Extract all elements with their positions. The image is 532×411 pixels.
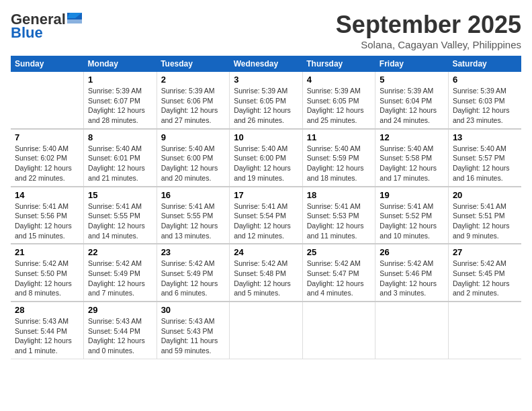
- cell-text: Sunrise: 5:42 AM: [307, 259, 371, 269]
- day-number: 5: [380, 75, 444, 85]
- day-number: 3: [234, 75, 298, 85]
- calendar-cell: 28Sunrise: 5:43 AMSunset: 5:44 PMDayligh…: [11, 302, 84, 359]
- calendar-cell: 12Sunrise: 5:40 AMSunset: 5:58 PMDayligh…: [375, 129, 449, 187]
- cell-text: Sunset: 5:48 PM: [234, 269, 298, 279]
- calendar-cell: 1Sunrise: 5:39 AMSunset: 6:07 PMDaylight…: [84, 72, 157, 129]
- day-number: 24: [234, 247, 298, 257]
- cell-text: and 16 minutes.: [453, 173, 517, 183]
- cell-text: Daylight: 11 hours: [161, 336, 226, 346]
- cell-text: Daylight: 12 hours: [161, 163, 226, 173]
- cell-text: Sunrise: 5:40 AM: [88, 144, 152, 154]
- cell-text: Sunset: 5:55 PM: [161, 211, 226, 221]
- cell-text: Sunset: 5:57 PM: [453, 153, 517, 163]
- cell-text: Daylight: 12 hours: [15, 279, 79, 289]
- page-header: General Blue September 2025 Solana, Caga…: [11, 11, 521, 50]
- weekday-header-wednesday: Wednesday: [230, 56, 303, 72]
- cell-text: Daylight: 12 hours: [380, 163, 444, 173]
- cell-text: Sunset: 5:50 PM: [15, 269, 79, 279]
- calendar-cell: 11Sunrise: 5:40 AMSunset: 5:59 PMDayligh…: [302, 129, 375, 187]
- cell-text: Daylight: 12 hours: [307, 221, 371, 231]
- calendar-cell: 2Sunrise: 5:39 AMSunset: 6:06 PMDaylight…: [157, 72, 230, 129]
- cell-text: Sunrise: 5:42 AM: [380, 259, 444, 269]
- weekday-header-saturday: Saturday: [448, 56, 521, 72]
- cell-text: Sunset: 6:07 PM: [88, 96, 152, 106]
- cell-text: Sunrise: 5:41 AM: [453, 201, 517, 212]
- day-number: 28: [15, 305, 79, 315]
- cell-text: Sunrise: 5:43 AM: [88, 316, 152, 326]
- cell-text: Sunrise: 5:40 AM: [453, 144, 517, 154]
- cell-text: Sunset: 5:45 PM: [453, 269, 517, 279]
- cell-text: and 12 minutes.: [234, 231, 298, 241]
- cell-text: Daylight: 12 hours: [307, 279, 371, 289]
- weekday-header-monday: Monday: [84, 56, 157, 72]
- day-number: 23: [161, 247, 226, 257]
- calendar-cell: 8Sunrise: 5:40 AMSunset: 6:01 PMDaylight…: [84, 129, 157, 187]
- cell-text: Sunset: 5:49 PM: [88, 269, 152, 279]
- day-number: 10: [234, 132, 298, 142]
- cell-text: Daylight: 12 hours: [453, 105, 517, 116]
- cell-text: and 19 minutes.: [234, 173, 298, 183]
- cell-text: and 26 minutes.: [234, 116, 298, 126]
- cell-text: and 25 minutes.: [307, 116, 371, 126]
- cell-text: Sunrise: 5:41 AM: [88, 201, 152, 212]
- cell-text: Sunrise: 5:39 AM: [307, 86, 371, 96]
- calendar-cell: 14Sunrise: 5:41 AMSunset: 5:56 PMDayligh…: [11, 187, 84, 244]
- calendar-cell: 17Sunrise: 5:41 AMSunset: 5:54 PMDayligh…: [230, 187, 303, 244]
- cell-text: Sunrise: 5:42 AM: [453, 259, 517, 269]
- cell-text: and 0 minutes.: [88, 346, 152, 356]
- day-number: 14: [15, 190, 79, 200]
- calendar-cell: 23Sunrise: 5:42 AMSunset: 5:49 PMDayligh…: [157, 244, 230, 302]
- calendar-week-row: 1Sunrise: 5:39 AMSunset: 6:07 PMDaylight…: [11, 72, 521, 129]
- cell-text: Sunrise: 5:39 AM: [161, 86, 226, 96]
- cell-text: Daylight: 12 hours: [453, 279, 517, 289]
- calendar-cell: 3Sunrise: 5:39 AMSunset: 6:05 PMDaylight…: [230, 72, 303, 129]
- cell-text: Daylight: 12 hours: [161, 221, 226, 231]
- calendar-cell: 6Sunrise: 5:39 AMSunset: 6:03 PMDaylight…: [448, 72, 521, 129]
- day-number: 8: [88, 132, 152, 142]
- calendar-cell: 18Sunrise: 5:41 AMSunset: 5:53 PMDayligh…: [302, 187, 375, 244]
- calendar-cell: 22Sunrise: 5:42 AMSunset: 5:49 PMDayligh…: [84, 244, 157, 302]
- day-number: 21: [15, 247, 79, 257]
- cell-text: and 15 minutes.: [15, 231, 79, 241]
- cell-text: Sunset: 5:47 PM: [307, 269, 371, 279]
- cell-text: Daylight: 12 hours: [453, 163, 517, 173]
- calendar-cell: 7Sunrise: 5:40 AMSunset: 6:02 PMDaylight…: [11, 129, 84, 187]
- day-number: 12: [380, 132, 444, 142]
- cell-text: and 17 minutes.: [380, 173, 444, 183]
- cell-text: Sunrise: 5:40 AM: [161, 144, 226, 154]
- cell-text: Daylight: 12 hours: [234, 105, 298, 116]
- cell-text: and 14 minutes.: [88, 231, 152, 241]
- calendar-cell: [302, 302, 375, 359]
- cell-text: Daylight: 12 hours: [15, 221, 79, 231]
- cell-text: Sunrise: 5:40 AM: [380, 144, 444, 154]
- cell-text: and 18 minutes.: [307, 173, 371, 183]
- cell-text: Daylight: 12 hours: [88, 105, 152, 116]
- cell-text: Sunrise: 5:41 AM: [234, 201, 298, 212]
- cell-text: Daylight: 12 hours: [161, 279, 226, 289]
- cell-text: Sunset: 5:55 PM: [88, 211, 152, 221]
- cell-text: and 5 minutes.: [234, 288, 298, 298]
- day-number: 1: [88, 75, 152, 85]
- cell-text: Daylight: 12 hours: [453, 221, 517, 231]
- cell-text: Sunrise: 5:42 AM: [234, 259, 298, 269]
- cell-text: Sunrise: 5:39 AM: [380, 86, 444, 96]
- cell-text: Sunset: 6:00 PM: [234, 153, 298, 163]
- calendar-cell: 25Sunrise: 5:42 AMSunset: 5:47 PMDayligh…: [302, 244, 375, 302]
- calendar-week-row: 21Sunrise: 5:42 AMSunset: 5:50 PMDayligh…: [11, 244, 521, 302]
- day-number: 26: [380, 247, 444, 257]
- cell-text: Sunset: 5:51 PM: [453, 211, 517, 221]
- cell-text: Sunrise: 5:39 AM: [88, 86, 152, 96]
- cell-text: and 11 minutes.: [307, 231, 371, 241]
- cell-text: Sunset: 5:56 PM: [15, 211, 79, 221]
- cell-text: Daylight: 12 hours: [307, 163, 371, 173]
- cell-text: Sunset: 5:52 PM: [380, 211, 444, 221]
- calendar-cell: [11, 72, 84, 129]
- cell-text: Sunrise: 5:41 AM: [307, 201, 371, 212]
- cell-text: Sunrise: 5:42 AM: [161, 259, 226, 269]
- cell-text: and 22 minutes.: [15, 173, 79, 183]
- cell-text: and 10 minutes.: [380, 231, 444, 241]
- cell-text: and 13 minutes.: [161, 231, 226, 241]
- cell-text: and 4 minutes.: [307, 288, 371, 298]
- cell-text: Sunset: 5:44 PM: [88, 326, 152, 336]
- cell-text: and 27 minutes.: [161, 116, 226, 126]
